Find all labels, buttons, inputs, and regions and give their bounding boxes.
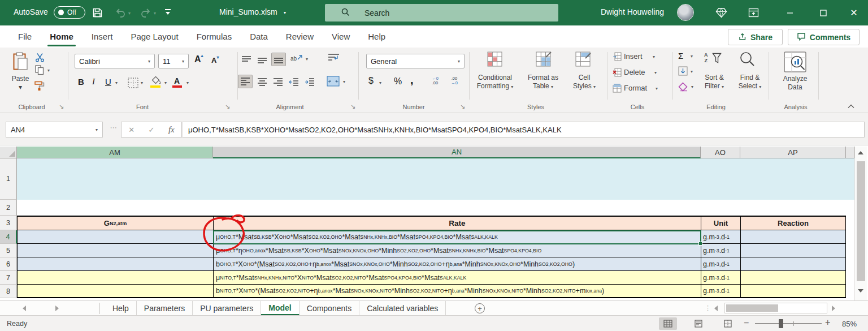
increase-indent-button[interactable] bbox=[303, 76, 316, 88]
fill-color-button[interactable] bbox=[150, 76, 162, 84]
cell-am5[interactable] bbox=[17, 244, 213, 257]
clipboard-dialog-launcher-icon[interactable]: ↘ bbox=[59, 103, 64, 110]
document-title[interactable]: Mini_Sumo.xlsm bbox=[219, 7, 277, 16]
zoom-in-button[interactable]: + bbox=[825, 317, 830, 328]
autosum-button[interactable]: Σ bbox=[678, 51, 683, 61]
cell-ap5[interactable] bbox=[740, 244, 846, 257]
formula-input[interactable]: μOHO,T*MsatSB,KSB*XOHO*MsatSO2,KO2,OHO*M… bbox=[182, 122, 865, 137]
sort-filter-button-line2[interactable]: Filter ▾ bbox=[697, 82, 731, 90]
cell-am6[interactable] bbox=[17, 257, 213, 271]
scroll-down-icon[interactable] bbox=[858, 289, 863, 293]
tab-splitter-handle[interactable]: ⋮ bbox=[705, 304, 711, 312]
number-format-combo[interactable]: General▾ bbox=[366, 54, 465, 68]
collapse-ribbon-icon[interactable] bbox=[848, 101, 853, 106]
orientation-button[interactable]: ab bbox=[290, 54, 303, 62]
minimize-button[interactable] bbox=[778, 0, 802, 25]
search-input[interactable]: Search bbox=[325, 4, 558, 22]
clear-dropdown-icon[interactable]: ▾ bbox=[691, 84, 693, 89]
cell-ap6[interactable] bbox=[740, 257, 846, 271]
undo-dropdown-icon[interactable]: ▾ bbox=[128, 11, 131, 16]
bold-button[interactable]: B bbox=[78, 77, 84, 87]
user-avatar[interactable] bbox=[677, 4, 694, 21]
percent-button[interactable]: % bbox=[394, 76, 402, 87]
cell-ap8[interactable] bbox=[740, 285, 846, 298]
cell-am3[interactable]: GN2,atm bbox=[17, 216, 213, 230]
cell-an7[interactable]: μNITO,T*MsatSNHx,KNHx,NITO*XNITO*MsatSO2… bbox=[213, 271, 701, 285]
cell-ao4[interactable]: g.m-3.d-1 bbox=[701, 230, 740, 244]
tab-insert[interactable]: Insert bbox=[83, 25, 122, 48]
conditional-formatting-button[interactable]: Conditional bbox=[471, 74, 519, 81]
formula-bar-resize-handle[interactable]: ⋮ bbox=[110, 124, 118, 132]
hscroll-right-icon[interactable] bbox=[832, 306, 835, 311]
font-color-button[interactable]: A bbox=[174, 76, 180, 85]
tab-page-layout[interactable]: Page Layout bbox=[121, 25, 187, 48]
premium-diamond-icon[interactable] bbox=[715, 7, 727, 20]
copy-button[interactable] bbox=[35, 65, 45, 75]
cell-an5[interactable]: μOHO,T*ηOHO,anox*MsatSB,KSB*XOHO*MsatSNO… bbox=[213, 244, 701, 257]
font-dialog-launcher-icon[interactable]: ↘ bbox=[225, 103, 230, 110]
page-break-view-button[interactable] bbox=[719, 317, 737, 330]
format-cells-button[interactable]: Format bbox=[624, 84, 647, 92]
close-button[interactable]: ✕ bbox=[841, 0, 866, 25]
autosum-dropdown-icon[interactable]: ▾ bbox=[691, 54, 693, 59]
underline-button[interactable]: U bbox=[105, 77, 111, 87]
find-select-button[interactable]: Find & bbox=[732, 74, 767, 81]
comma-button[interactable]: , bbox=[410, 74, 414, 87]
undo-icon[interactable] bbox=[115, 8, 126, 20]
tab-data[interactable]: Data bbox=[241, 25, 277, 48]
sheet-tab-calculated-variables[interactable]: Calculated variables bbox=[359, 301, 446, 316]
underline-dropdown-icon[interactable]: ▾ bbox=[115, 80, 118, 85]
paste-button[interactable] bbox=[11, 51, 29, 71]
font-size-combo[interactable]: 11▾ bbox=[158, 54, 189, 68]
row-header-4[interactable]: 4 bbox=[0, 230, 17, 244]
share-button[interactable]: Share bbox=[728, 29, 783, 45]
delete-cells-button[interactable]: Delete bbox=[624, 68, 645, 76]
align-bottom-button[interactable] bbox=[271, 53, 286, 66]
autosave-toggle[interactable]: Off bbox=[54, 6, 85, 19]
cell-ao8[interactable]: g.m-3.d-1 bbox=[701, 285, 740, 298]
comments-button[interactable]: Comments bbox=[788, 29, 860, 45]
tab-view[interactable]: View bbox=[323, 25, 359, 48]
tab-help[interactable]: Help bbox=[359, 25, 394, 48]
decrease-indent-button[interactable] bbox=[287, 76, 301, 88]
format-as-table-button-line2[interactable]: Table ▾ bbox=[520, 82, 566, 90]
vertical-scrollbar[interactable] bbox=[854, 147, 867, 300]
sheet-tab-model[interactable]: Model bbox=[261, 301, 299, 316]
cell-ao6[interactable]: g.m-3.d-1 bbox=[701, 257, 740, 271]
cell-ap7[interactable] bbox=[740, 271, 846, 285]
paste-dropdown-icon[interactable]: ▾ bbox=[6, 83, 35, 91]
wrap-text-button[interactable] bbox=[328, 53, 340, 62]
cell-styles-button-line2[interactable]: Styles ▾ bbox=[567, 82, 601, 90]
insert-cells-button[interactable]: Insert bbox=[624, 52, 643, 61]
vertical-scrollbar-thumb[interactable] bbox=[857, 161, 865, 281]
analyze-data-button[interactable]: Analyze bbox=[775, 75, 815, 83]
delete-dropdown-icon[interactable]: ▾ bbox=[654, 70, 657, 75]
align-center-button[interactable] bbox=[255, 76, 269, 88]
font-color-dropdown-icon[interactable]: ▾ bbox=[186, 80, 189, 85]
maximize-button[interactable] bbox=[811, 0, 836, 25]
currency-dropdown-icon[interactable]: ▾ bbox=[379, 80, 381, 85]
user-name[interactable]: Dwight Houweling bbox=[601, 7, 664, 16]
sheet-tab-parameters[interactable]: Parameters bbox=[137, 301, 193, 316]
fill-handle[interactable] bbox=[698, 242, 702, 246]
merge-center-dropdown-icon[interactable]: ▾ bbox=[343, 79, 345, 84]
decrease-decimal-button[interactable]: .00→0 bbox=[446, 76, 462, 85]
enter-icon[interactable]: ✓ bbox=[149, 126, 155, 134]
cell-an8[interactable]: bNITO,T*XNITO*(MsatSO2,KO2,NITO+ηb,anox*… bbox=[213, 285, 701, 298]
conditional-formatting-button-line2[interactable]: Formatting ▾ bbox=[471, 82, 519, 90]
cell-am4[interactable] bbox=[17, 230, 213, 244]
currency-button[interactable]: $ bbox=[368, 76, 374, 86]
align-top-button[interactable] bbox=[240, 54, 253, 66]
ribbon-display-options-icon[interactable] bbox=[748, 7, 759, 20]
format-dropdown-icon[interactable]: ▾ bbox=[656, 86, 658, 91]
merge-center-button[interactable] bbox=[327, 76, 340, 87]
save-icon[interactable] bbox=[92, 7, 103, 20]
horizontal-scrollbar[interactable] bbox=[724, 303, 827, 313]
cell-row1-banner[interactable] bbox=[17, 158, 854, 200]
cell-row2[interactable] bbox=[17, 200, 854, 216]
cell-ao3-unit-header[interactable]: Unit bbox=[701, 216, 740, 230]
sheet-tab-help[interactable]: Help bbox=[105, 301, 137, 316]
sort-filter-button[interactable]: Sort & bbox=[697, 74, 731, 81]
cut-button[interactable] bbox=[35, 53, 45, 62]
zoom-out-button[interactable]: − bbox=[744, 318, 749, 328]
